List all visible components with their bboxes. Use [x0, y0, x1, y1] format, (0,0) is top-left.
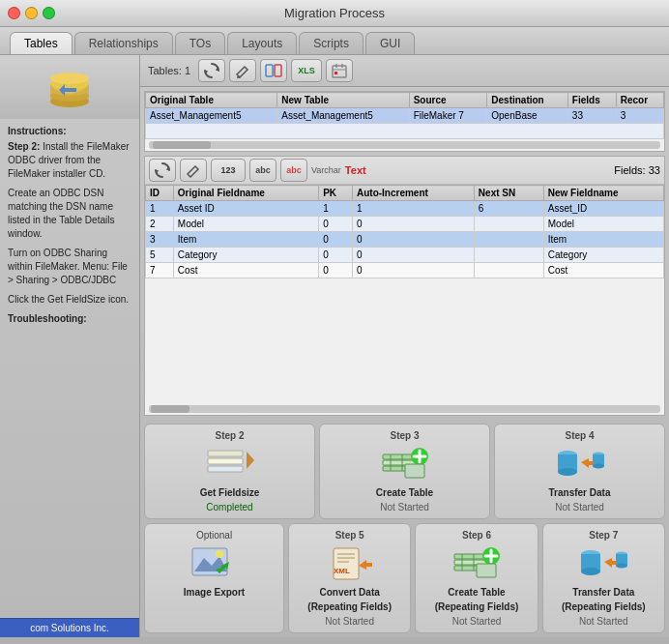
field-cell: Category [543, 248, 663, 263]
step6-number: Step 6 [462, 530, 491, 541]
fcol-id: ID [146, 186, 174, 201]
minimize-button[interactable] [25, 7, 38, 19]
field-row[interactable]: 5Category00Category [146, 248, 664, 263]
fields-table-container[interactable]: ID Original Fieldname PK Auto-Increment … [145, 185, 664, 403]
step2-status: Completed [206, 502, 252, 512]
refresh-fields-button[interactable] [149, 159, 176, 182]
step3-icon [381, 445, 429, 483]
bottom-row: Optional Image Export [144, 523, 665, 633]
tab-gui[interactable]: GUI [365, 32, 415, 54]
content-area: Tables: 1 [140, 55, 669, 637]
field-row[interactable]: 3Item00Item [146, 232, 664, 248]
step4-number: Step 4 [565, 430, 594, 441]
step7-status: Not Started [579, 616, 628, 627]
text-type2-icon[interactable]: abc [280, 159, 307, 182]
text-label: Text [345, 164, 366, 176]
cell-records: 3 [616, 108, 663, 124]
svg-point-4 [50, 73, 89, 84]
troubleshooting-title: Troubleshooting: [8, 312, 131, 326]
step2-number: Step 2 [215, 430, 244, 441]
sidebar-logo [0, 55, 139, 119]
cell-destination: OpenBase [487, 108, 568, 124]
tab-relationships[interactable]: Relationships [74, 32, 173, 54]
svg-point-39 [216, 550, 223, 558]
tab-layouts[interactable]: Layouts [227, 32, 297, 54]
fields-label: Fields: 33 [614, 164, 660, 176]
svg-marker-20 [247, 452, 254, 469]
xls-button[interactable]: XLS [291, 59, 322, 82]
fields-table: ID Original Fieldname PK Auto-Increment … [145, 185, 664, 278]
col-fields: Fields [567, 93, 616, 108]
edit-button[interactable] [229, 59, 256, 82]
field-cell: 6 [474, 201, 543, 217]
close-button[interactable] [8, 7, 20, 19]
step-5-box[interactable]: Step 5 XML Convert Data [288, 523, 411, 633]
tab-tables[interactable]: Tables [10, 32, 73, 54]
tab-scripts[interactable]: Scripts [299, 32, 364, 54]
field-cell: 0 [319, 248, 353, 263]
field-cell: 0 [319, 217, 353, 232]
step2-text3: Turn on ODBC Sharing within FileMaker. M… [8, 247, 131, 287]
step5-name2: (Repeating Fields) [307, 601, 392, 612]
field-cell: 1 [352, 201, 474, 217]
field-row[interactable]: 7Cost00Cost [146, 263, 664, 278]
step2-text2: Create an ODBC DSN matching the DSN name… [8, 187, 131, 241]
field-cell: Cost [543, 263, 663, 278]
step5-status: Not Started [325, 616, 374, 627]
refresh-button[interactable] [198, 59, 225, 82]
svg-rect-29 [405, 464, 424, 478]
field-cell: Cost [173, 263, 318, 278]
fcol-newname: New Fieldname [543, 186, 663, 201]
tables-section: Original Table New Table Source Destinat… [144, 91, 665, 152]
step2-label: Step 2: [8, 141, 40, 152]
field-cell: Item [173, 232, 318, 248]
tab-tos[interactable]: TOs [175, 32, 225, 54]
tab-bar: Tables Relationships TOs Layouts Scripts… [0, 27, 669, 55]
field-cell [474, 263, 543, 278]
step4-name: Transfer Data [549, 487, 611, 498]
sidebar-instructions: Instructions: Step 2: Install the FileMa… [0, 119, 139, 618]
field-cell [474, 217, 543, 232]
table-row[interactable]: Asset_Management5 Asset_Management5 File… [146, 108, 664, 124]
instructions-title: Instructions: [8, 125, 131, 138]
main-toolbar: Tables: 1 [140, 55, 669, 87]
edit-fields-button[interactable] [180, 159, 207, 182]
step-4-box[interactable]: Step 4 Transfer Data [494, 424, 665, 519]
step5-number: Step 5 [335, 530, 364, 541]
step-2-box[interactable]: Step 2 Get Fieldsize Completed [144, 424, 315, 519]
fields-section: 123 abc abc Varchar Text Fields: 33 [144, 156, 665, 416]
field-row[interactable]: 2Model00Model [146, 217, 664, 232]
field-cell: Model [173, 217, 318, 232]
fcol-auto: Auto-Increment [352, 186, 474, 201]
col-destination: Destination [487, 93, 568, 108]
number-type-icon[interactable]: 123 [211, 159, 246, 182]
columns-button[interactable] [260, 59, 287, 82]
text-type-icon[interactable]: abc [249, 159, 276, 182]
svg-rect-21 [383, 454, 416, 459]
field-cell: 1 [319, 201, 353, 217]
svg-rect-19 [208, 466, 243, 472]
optional-image-export-box[interactable]: Optional Image Export [144, 523, 284, 633]
step5-name1: Convert Data [320, 587, 380, 598]
step4-icon [556, 445, 604, 483]
cell-original-table: Asset_Management5 [146, 108, 277, 124]
col-original-table: Original Table [146, 93, 277, 108]
cell-fields: 33 [567, 108, 616, 124]
step-6-box[interactable]: Step 6 [415, 523, 538, 633]
step6-name2: (Repeating Fields) [435, 601, 519, 612]
maximize-button[interactable] [43, 7, 55, 19]
step-7-box[interactable]: Step 7 Transfer Data (Repea [542, 523, 665, 633]
col-new-table: New Table [277, 93, 409, 108]
window-controls[interactable] [8, 7, 55, 19]
step-3-box[interactable]: Step 3 [319, 424, 490, 519]
svg-text:XML: XML [334, 567, 350, 575]
field-cell: 0 [352, 263, 474, 278]
calendar-button[interactable] [326, 59, 353, 82]
varchar-label: Varchar [311, 165, 341, 175]
svg-point-58 [581, 568, 600, 575]
field-row[interactable]: 1Asset ID116Asset_ID [146, 201, 664, 217]
svg-rect-8 [266, 65, 273, 76]
svg-point-32 [558, 468, 577, 476]
field-cell: 2 [146, 217, 174, 232]
step2-text4: Click the Get FieldSize icon. [8, 293, 131, 307]
